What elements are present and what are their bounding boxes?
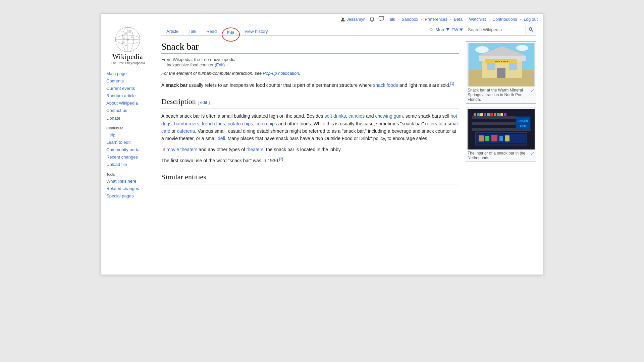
contributions-link[interactable]: Contributions bbox=[492, 17, 517, 22]
image-box-1: SNACK BAR Snack bar at the Warm Mineral … bbox=[466, 41, 536, 104]
ref-1[interactable]: [1] bbox=[450, 82, 454, 85]
hamburgers-link[interactable]: hamburgers bbox=[174, 121, 199, 126]
sidebar-item-donate[interactable]: Donate bbox=[106, 115, 155, 122]
svg-rect-48 bbox=[491, 135, 497, 141]
username-link[interactable]: Jessamyn bbox=[346, 17, 365, 22]
svg-point-0 bbox=[342, 17, 344, 19]
sidebar-item-recent-changes[interactable]: Recent changes bbox=[106, 154, 155, 161]
ref-2[interactable]: [2] bbox=[279, 157, 283, 161]
svg-text:SNACK BAR: SNACK BAR bbox=[494, 60, 508, 63]
sidebar-item-current-events[interactable]: Current events bbox=[106, 85, 155, 92]
tools-label: Tools bbox=[106, 172, 155, 176]
svg-text:Ω: Ω bbox=[123, 41, 124, 43]
snack-foods-link[interactable]: snack foods bbox=[373, 82, 398, 88]
article-title: Snack bar bbox=[161, 41, 459, 54]
preferences-link[interactable]: Preferences bbox=[425, 17, 447, 22]
article-intro: A snack bar usually refers to an inexpen… bbox=[161, 81, 459, 89]
talk-link[interactable]: Talk bbox=[388, 17, 395, 22]
watchlist-link[interactable]: Watchlist bbox=[469, 17, 486, 22]
sidebar: W Ω 維 絲 Wikipedia The Free Encyclopedia … bbox=[101, 23, 155, 203]
contribute-label: Contribute bbox=[106, 126, 155, 130]
sidebar-item-about-wikipedia[interactable]: About Wikipedia bbox=[106, 100, 155, 107]
article-source: From Wikipedia, the free encyclopedia bbox=[161, 57, 459, 62]
logo-subtitle: The Free Encyclopedia bbox=[111, 61, 145, 65]
sidebar-item-contents[interactable]: Contents bbox=[106, 77, 155, 85]
sandbox-link[interactable]: Sandbox bbox=[401, 17, 418, 22]
svg-rect-38 bbox=[494, 113, 496, 116]
search-button[interactable] bbox=[526, 25, 536, 34]
tab-read[interactable]: Read bbox=[201, 26, 222, 36]
logout-link[interactable]: Log out bbox=[524, 17, 538, 22]
sidebar-item-upload-file[interactable]: Upload file bbox=[106, 161, 155, 168]
image-2-placeholder: SNACK BAR bbox=[468, 109, 535, 149]
svg-rect-39 bbox=[497, 113, 500, 116]
tab-article[interactable]: Article bbox=[161, 26, 183, 36]
more-dropdown[interactable]: More bbox=[436, 27, 450, 32]
article-redirect: Inexpensive food counter (Edit) bbox=[167, 63, 459, 67]
image-1-svg: SNACK BAR bbox=[469, 43, 534, 86]
soft-drinks-link[interactable]: soft drinks bbox=[324, 113, 346, 119]
theaters-link[interactable]: theaters bbox=[247, 147, 264, 152]
svg-text:絲: 絲 bbox=[125, 44, 127, 46]
svg-point-14 bbox=[529, 28, 532, 31]
sidebar-item-main-page[interactable]: Main page bbox=[106, 70, 155, 77]
movie-theaters-link[interactable]: movie theaters bbox=[167, 147, 198, 152]
deli-link[interactable]: deli bbox=[218, 136, 225, 141]
chewing-gum-link[interactable]: chewing gum bbox=[375, 113, 403, 119]
svg-rect-40 bbox=[500, 113, 503, 116]
cafe-link[interactable]: café bbox=[161, 128, 170, 134]
candies-link[interactable]: candies bbox=[348, 113, 365, 119]
image-1-expand-icon[interactable]: ⤢ bbox=[531, 88, 535, 93]
sidebar-item-help[interactable]: Help bbox=[106, 131, 155, 139]
svg-rect-49 bbox=[499, 136, 503, 141]
tab-edit[interactable]: Edit bbox=[222, 28, 239, 37]
redirect-edit-link[interactable]: Edit bbox=[216, 63, 223, 67]
sidebar-item-related-changes[interactable]: Related changes bbox=[106, 185, 155, 192]
sidebar-item-learn-to-edit[interactable]: Learn to edit bbox=[106, 139, 155, 146]
bold-snack-bar: snack bar bbox=[165, 82, 187, 88]
article-images: SNACK BAR Snack bar at the Warm Mineral … bbox=[466, 41, 536, 188]
tab-talk[interactable]: Talk bbox=[183, 26, 201, 36]
more-chevron-icon bbox=[446, 28, 449, 31]
hatnote-link[interactable]: Pop-up notification bbox=[263, 71, 299, 76]
similar-section: Similar entities bbox=[161, 171, 459, 184]
wikipedia-globe-icon: W Ω 維 絲 bbox=[114, 26, 141, 53]
sidebar-item-community-portal[interactable]: Community portal bbox=[106, 146, 155, 154]
svg-text:W: W bbox=[126, 38, 129, 41]
svg-text:BAR: BAR bbox=[520, 124, 526, 127]
notifications-icon[interactable] bbox=[369, 16, 375, 22]
image-1-caption: Snack bar at the Warm Mineral Springs at… bbox=[468, 88, 535, 102]
tab-view-history[interactable]: View history bbox=[239, 26, 273, 36]
description-edit-link[interactable]: edit bbox=[200, 100, 207, 105]
description-section: Description [ edit ] A beach snack bar i… bbox=[161, 96, 459, 164]
cafeteria-link[interactable]: cafeteria bbox=[177, 128, 195, 134]
tabs-left: Article Talk Read Edit View history bbox=[161, 26, 428, 36]
logo-area: W Ω 維 絲 Wikipedia The Free Encyclopedia bbox=[106, 26, 155, 65]
watchstar-icon[interactable]: ☆ bbox=[428, 26, 434, 33]
search-input[interactable] bbox=[465, 26, 526, 34]
sidebar-item-what-links-here[interactable]: What links here bbox=[106, 178, 155, 185]
sidebar-item-special-pages[interactable]: Special pages bbox=[106, 192, 155, 200]
svg-rect-37 bbox=[490, 113, 493, 116]
corn-chips-link[interactable]: corn chips bbox=[256, 121, 277, 126]
content-area: Article Talk Read Edit View history ☆ Mo… bbox=[155, 23, 543, 203]
tab-bar: Article Talk Read Edit View history ☆ Mo… bbox=[161, 23, 536, 36]
french-fries-link[interactable]: french fries bbox=[202, 121, 225, 126]
potato-chips-link[interactable]: potato chips bbox=[228, 121, 253, 126]
search-box bbox=[465, 25, 536, 34]
sidebar-item-contact-us[interactable]: Contact us bbox=[106, 107, 155, 114]
image-box-2: SNACK BAR The interior of a snack bar in… bbox=[466, 108, 536, 162]
talk-bubble-icon[interactable] bbox=[378, 16, 384, 23]
article-hatnote: For the element of human-computer intera… bbox=[161, 71, 459, 76]
image-2-expand-icon[interactable]: ⤢ bbox=[531, 151, 535, 156]
svg-rect-35 bbox=[484, 113, 486, 116]
svg-rect-23 bbox=[497, 68, 505, 78]
tw-dropdown[interactable]: TW bbox=[451, 27, 463, 32]
search-icon bbox=[529, 27, 533, 32]
beta-link[interactable]: Beta bbox=[454, 17, 463, 22]
main-layout: W Ω 維 絲 Wikipedia The Free Encyclopedia … bbox=[101, 23, 543, 203]
image-2-caption-text: The interior of a snack bar in the Nethe… bbox=[468, 151, 529, 160]
article-main: Snack bar From Wikipedia, the free encyc… bbox=[161, 41, 536, 188]
svg-text:維: 維 bbox=[131, 36, 133, 38]
sidebar-item-random-article[interactable]: Random article bbox=[106, 92, 155, 100]
